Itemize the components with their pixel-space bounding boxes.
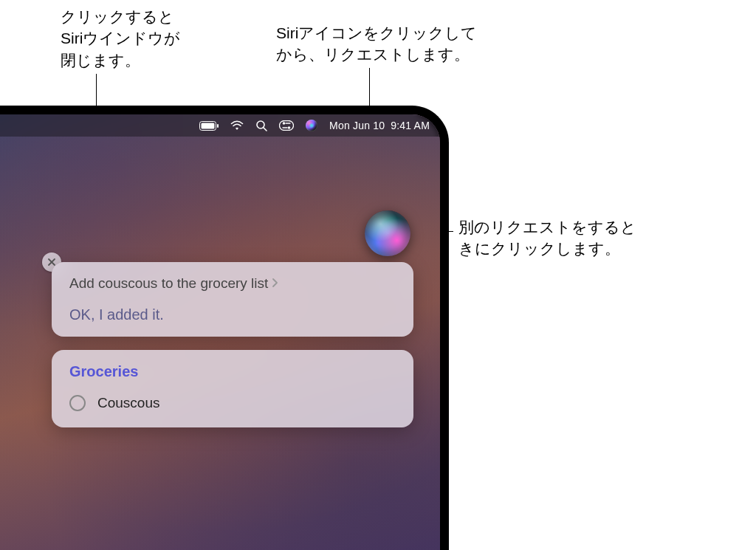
svg-line-4	[264, 128, 267, 131]
spotlight-search-icon[interactable]	[255, 114, 267, 137]
chevron-right-icon	[271, 275, 278, 292]
siri-window: Add couscous to the grocery list OK, I a…	[52, 262, 413, 441]
svg-point-6	[283, 122, 286, 125]
siri-menubar-icon[interactable]	[306, 114, 317, 137]
control-center-icon[interactable]	[279, 114, 294, 137]
device-frame: Mon Jun 10 9:41 AM Add couscous to the g…	[0, 106, 449, 550]
svg-rect-5	[280, 121, 294, 131]
menubar-datetime[interactable]: Mon Jun 10 9:41 AM	[329, 120, 430, 131]
callout-siri-orb: 別のリクエストをすると きにクリックします。	[458, 216, 739, 260]
battery-icon[interactable]	[199, 114, 219, 137]
siri-request-text: Add couscous to the grocery list	[69, 275, 268, 292]
list-title: Groceries	[69, 363, 396, 380]
siri-response-text: OK, I added it.	[69, 306, 396, 323]
list-item[interactable]: Couscous	[69, 392, 396, 414]
wifi-icon[interactable]	[230, 114, 244, 137]
callout-menubar-siri: Siriアイコンをクリックして から、リクエストします。	[276, 22, 477, 66]
radio-unchecked-icon[interactable]	[69, 395, 86, 411]
menubar: Mon Jun 10 9:41 AM	[0, 114, 440, 137]
menubar-time: 9:41 AM	[391, 120, 430, 131]
siri-orb-button[interactable]	[365, 210, 410, 256]
svg-point-8	[288, 126, 291, 129]
siri-request-row[interactable]: Add couscous to the grocery list	[69, 275, 396, 292]
callout-close-siri: クリックすると Siriウインドウが 閉じます。	[61, 6, 180, 71]
desktop-screen: Mon Jun 10 9:41 AM Add couscous to the g…	[0, 114, 440, 550]
siri-response-card: Add couscous to the grocery list OK, I a…	[52, 262, 413, 337]
reminders-list-card[interactable]: Groceries Couscous	[52, 350, 413, 427]
svg-rect-1	[202, 123, 215, 128]
menubar-date: Mon Jun 10	[329, 120, 385, 131]
list-item-label: Couscous	[97, 395, 160, 411]
svg-rect-2	[217, 124, 219, 128]
